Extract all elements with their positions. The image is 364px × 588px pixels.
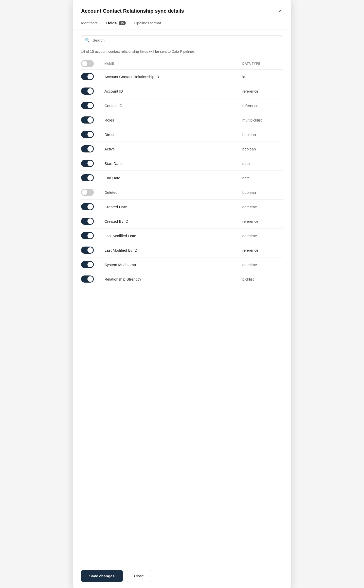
field-name: System Modstamp [104,263,237,267]
table-row: Activeboolean [81,142,283,156]
header-toggle[interactable] [81,60,94,67]
table-row: Start Datedate [81,156,283,171]
field-toggle-2[interactable] [81,102,94,109]
table-header: NAME DATA TYPE [81,58,283,70]
table-row: Directboolean [81,127,283,142]
field-name: Relationship Strength [104,277,237,281]
field-name: Account ID [104,89,237,93]
tab-fields[interactable]: Fields 15 [106,21,126,29]
main-content: 🔍 14 of 15 account contact relationship … [73,29,291,564]
save-button[interactable]: Save changes [81,570,123,582]
fields-badge: 15 [119,21,125,25]
table-row: System Modstampdatetime [81,257,283,272]
tab-bar: Identifiers Fields 15 Pipelines format [73,15,291,29]
field-type: reference [242,219,283,223]
table-row: Created Datedatetime [81,200,283,214]
field-name: Last Modified Date [104,234,237,238]
field-type: datetime [242,205,283,209]
close-button[interactable]: Close [127,570,151,582]
field-name: End Date [104,176,237,180]
tab-identifiers[interactable]: Identifiers [81,21,98,29]
modal-header: Account Contact Relationship sync detail… [73,0,291,15]
field-type: multipicklist [242,118,283,122]
field-type: boolean [242,132,283,137]
field-toggle-0[interactable] [81,73,94,80]
col-name-header: NAME [104,62,237,65]
field-toggle-4[interactable] [81,131,94,138]
table-row: Relationship Strengthpicklist [81,272,283,286]
field-toggle-6[interactable] [81,160,94,167]
table-row: Deletedboolean [81,185,283,200]
field-toggle-14[interactable] [81,275,94,283]
field-name: Roles [104,118,237,122]
field-type: date [242,176,283,180]
table-row: End Datedate [81,171,283,185]
field-name: Created Date [104,205,237,209]
field-name: Account Contact Relationship ID [104,75,237,79]
table-row: Account IDreference [81,84,283,98]
table-row: Account Contact Relationship IDid [81,70,283,84]
table-row: Last Modified By IDreference [81,243,283,257]
field-name: Deleted [104,190,237,195]
field-toggle-3[interactable] [81,116,94,124]
field-type: datetime [242,263,283,267]
field-toggle-10[interactable] [81,218,94,225]
field-name: Start Date [104,161,237,166]
close-icon[interactable]: × [278,7,283,15]
field-name: Contact ID [104,103,237,108]
field-type: boolean [242,190,283,195]
field-toggle-5[interactable] [81,145,94,152]
field-type: reference [242,89,283,93]
field-type: reference [242,248,283,252]
field-toggle-7[interactable] [81,174,94,181]
tab-pipelines[interactable]: Pipelines format [134,21,161,29]
modal-footer: Save changes Close [73,564,291,588]
table-row: Last Modified Datedatetime [81,229,283,243]
field-type: boolean [242,147,283,151]
field-type: id [242,75,283,79]
field-toggle-11[interactable] [81,232,94,239]
field-type: reference [242,103,283,108]
field-name: Last Modified By ID [104,248,237,252]
search-input[interactable] [93,38,279,42]
fields-summary: 14 of 15 account contact relationship fi… [81,49,283,54]
field-toggle-13[interactable] [81,261,94,268]
search-bar: 🔍 [81,36,283,45]
table-row: Contact IDreference [81,98,283,113]
modal-title: Account Contact Relationship sync detail… [81,8,184,14]
field-toggle-9[interactable] [81,203,94,210]
field-name: Created By ID [104,219,237,223]
search-icon: 🔍 [85,38,90,43]
field-type: datetime [242,234,283,238]
field-name: Direct [104,132,237,137]
field-type: picklist [242,277,283,281]
field-toggle-1[interactable] [81,88,94,95]
field-toggle-8[interactable] [81,189,94,196]
field-toggle-12[interactable] [81,247,94,254]
field-name: Active [104,147,237,151]
col-type-header: DATA TYPE [242,62,283,65]
table-row: Created By IDreference [81,214,283,229]
modal: Account Contact Relationship sync detail… [73,0,291,588]
table-row: Rolesmultipicklist [81,113,283,127]
fields-list: Account Contact Relationship IDidAccount… [81,70,283,286]
field-type: date [242,161,283,166]
